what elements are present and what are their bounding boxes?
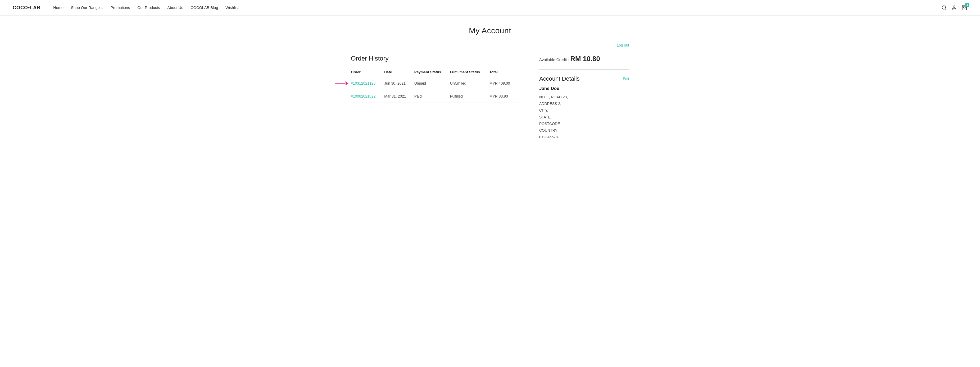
edit-link[interactable]: Edit [623, 77, 629, 81]
nav-cocolab-blog[interactable]: COCOLAB Blog [191, 6, 218, 10]
order-number-cell: #10312021123 [351, 77, 384, 90]
address-line-1: NO. 1, ROAD 23, [539, 94, 629, 100]
table-row: #10312021123 Jun 30, 2021 Unpaid Unfulfi… [351, 77, 518, 90]
order-link-2[interactable]: #10082021822 [351, 94, 375, 99]
table-header-row: Order Date Payment Status Fulfillment St… [351, 67, 518, 77]
logout-row: Log out [351, 43, 629, 47]
nav-shop-range[interactable]: Shop Our Range ⌄ [71, 6, 103, 10]
order-date-2: Mar 31, 2021 [384, 90, 414, 103]
address-line-2: ADDRESS 2, [539, 100, 629, 107]
page-content: My Account Log out Order History Order D… [344, 16, 636, 156]
account-button[interactable] [951, 5, 957, 10]
address-line-4: STATE, [539, 114, 629, 121]
logo[interactable]: COCO•LAB [13, 5, 40, 11]
svg-line-1 [945, 9, 946, 10]
order-history-title: Order History [351, 55, 518, 62]
order-date-1: Jun 30, 2021 [384, 77, 414, 90]
cart-button[interactable]: 3 [961, 5, 967, 11]
order-total-2: MYR 83.90 [490, 90, 518, 103]
order-fulfillment-2: Fulfilled [450, 90, 490, 103]
nav-home[interactable]: Home [53, 6, 64, 10]
credit-amount: RM 10.80 [570, 55, 600, 63]
nav-our-products[interactable]: Our Products [137, 6, 160, 10]
nav-icons: 3 [941, 5, 967, 11]
page-title: My Account [351, 26, 629, 35]
order-section: Order History Order Date Payment Status … [351, 55, 518, 103]
cart-badge: 3 [965, 3, 969, 7]
address-phone: 012345678 [539, 134, 629, 140]
account-section: Available Credit : RM 10.80 Account Deta… [539, 55, 629, 140]
col-date: Date [384, 67, 414, 77]
svg-point-2 [953, 6, 955, 8]
nav-wishlist[interactable]: Wishlist [226, 6, 239, 10]
col-total: Total [490, 67, 518, 77]
arrow-indicator [335, 81, 348, 86]
order-payment-2: Paid [414, 90, 450, 103]
arrow-line [335, 83, 345, 84]
user-icon [951, 5, 957, 10]
logout-link[interactable]: Log out [617, 43, 629, 47]
credit-label: Available Credit : [539, 57, 569, 62]
order-total-1: MYR 409.00 [490, 77, 518, 90]
account-address: NO. 1, ROAD 23, ADDRESS 2, CITY, STATE, … [539, 94, 629, 140]
nav-about-us[interactable]: About Us [167, 6, 183, 10]
divider [539, 69, 629, 70]
navbar: COCO•LAB Home Shop Our Range ⌄ Promotion… [0, 0, 980, 16]
col-order: Order [351, 67, 384, 77]
address-line-6: COUNTRY [539, 127, 629, 134]
search-button[interactable] [941, 5, 947, 10]
order-table: Order Date Payment Status Fulfillment St… [351, 67, 518, 103]
table-row: #10082021822 Mar 31, 2021 Paid Fulfilled… [351, 90, 518, 103]
account-details-title: Account Details [539, 75, 580, 82]
arrow-head-icon [345, 81, 348, 86]
main-layout: Order History Order Date Payment Status … [351, 55, 629, 140]
search-icon [941, 5, 947, 10]
account-header-row: Account Details Edit [539, 75, 629, 82]
order-fulfillment-1: Unfulfilled [450, 77, 490, 90]
order-number-cell: #10082021822 [351, 90, 384, 103]
credit-row: Available Credit : RM 10.80 [539, 55, 629, 63]
nav-promotions[interactable]: Promotions [111, 6, 130, 10]
col-fulfillment-status: Fulfillment Status [450, 67, 490, 77]
chevron-down-icon: ⌄ [101, 6, 103, 10]
address-line-5: POSTCODE [539, 121, 629, 127]
nav-links: Home Shop Our Range ⌄ Promotions Our Pro… [53, 6, 933, 10]
order-link-1[interactable]: #10312021123 [351, 81, 375, 86]
account-name: Jane Doe [539, 86, 629, 91]
col-payment-status: Payment Status [414, 67, 450, 77]
address-line-3: CITY, [539, 107, 629, 114]
order-payment-1: Unpaid [414, 77, 450, 90]
